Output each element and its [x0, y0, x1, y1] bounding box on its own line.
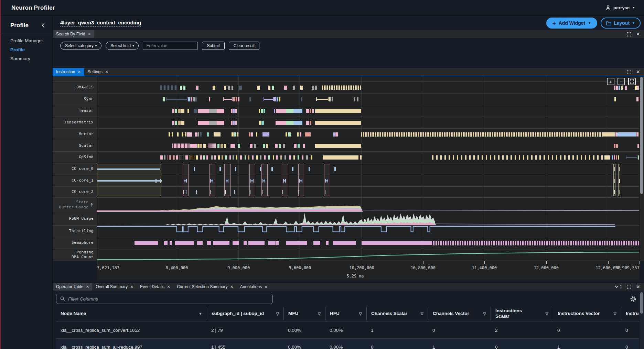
event-segment[interactable]: [266, 144, 268, 148]
event-segment[interactable]: [235, 167, 236, 171]
event-segment[interactable]: [239, 86, 242, 90]
event-segment[interactable]: [276, 241, 279, 245]
event-segment[interactable]: [211, 155, 213, 160]
event-segment[interactable]: [263, 144, 265, 148]
event-segment[interactable]: [240, 155, 242, 160]
event-segment[interactable]: [208, 144, 216, 148]
event-segment[interactable]: [218, 155, 220, 160]
event-segment[interactable]: [234, 190, 235, 194]
event-segment[interactable]: [333, 241, 356, 245]
track-row-throttling[interactable]: [97, 226, 639, 237]
profile-title[interactable]: 4layer_qwen3_context_encoding: [60, 20, 141, 27]
event-segment[interactable]: [196, 155, 198, 160]
event-segment[interactable]: [200, 144, 202, 148]
event-segment[interactable]: [178, 109, 181, 113]
track-row-cc-core-2[interactable]: [97, 187, 639, 198]
event-segment[interactable]: [180, 86, 182, 90]
event-segment[interactable]: [203, 144, 206, 148]
event-segment[interactable]: [164, 155, 165, 160]
event-segment[interactable]: [259, 121, 261, 125]
event-segment[interactable]: [279, 144, 281, 148]
event-segment[interactable]: [260, 155, 261, 160]
event-segment[interactable]: [293, 121, 303, 125]
event-segment[interactable]: [361, 132, 603, 137]
event-segment[interactable]: [636, 132, 638, 137]
event-segment[interactable]: [256, 155, 258, 160]
event-segment[interactable]: [326, 241, 329, 245]
selection-box[interactable]: [282, 164, 288, 196]
event-segment[interactable]: [635, 86, 637, 90]
event-segment[interactable]: [172, 132, 173, 137]
column-header-hfu[interactable]: HFU▽: [325, 307, 366, 320]
event-segment[interactable]: [200, 155, 202, 160]
event-segment[interactable]: [231, 109, 233, 113]
event-segment[interactable]: [233, 121, 235, 125]
close-widget-icon[interactable]: ×: [636, 69, 640, 75]
event-segment[interactable]: [254, 144, 256, 148]
event-segment[interactable]: [279, 97, 280, 101]
event-segment[interactable]: [195, 132, 197, 137]
event-segment[interactable]: [217, 144, 219, 148]
user-menu[interactable]: perrysc ▼: [605, 5, 635, 10]
event-segment[interactable]: [164, 241, 167, 245]
event-segment[interactable]: [272, 86, 274, 90]
filter-sort-icon[interactable]: ▽: [483, 312, 486, 316]
selection-box[interactable]: [224, 164, 231, 196]
selection-box[interactable]: [618, 164, 620, 196]
event-segment[interactable]: [213, 241, 229, 245]
event-segment[interactable]: [315, 86, 317, 90]
event-segment[interactable]: [163, 97, 165, 101]
event-segment[interactable]: [175, 109, 177, 113]
event-segment[interactable]: [193, 97, 195, 101]
event-segment[interactable]: [264, 109, 265, 113]
event-segment[interactable]: [235, 121, 237, 125]
track-row-blank[interactable]: [97, 76, 639, 82]
event-segment[interactable]: [209, 109, 217, 113]
event-segment[interactable]: [217, 121, 224, 125]
event-segment[interactable]: [197, 132, 199, 137]
event-segment[interactable]: [229, 155, 231, 160]
event-segment[interactable]: [248, 241, 265, 245]
event-segment[interactable]: [188, 97, 190, 101]
event-segment[interactable]: [360, 155, 362, 160]
selection-box[interactable]: [261, 164, 268, 196]
event-segment[interactable]: [271, 167, 272, 171]
event-segment[interactable]: [305, 132, 311, 137]
event-segment[interactable]: [259, 109, 260, 113]
tab-instruction[interactable]: Instruction×: [53, 68, 84, 76]
event-segment[interactable]: [333, 132, 335, 137]
event-segment[interactable]: [261, 121, 264, 125]
event-segment[interactable]: [286, 241, 307, 245]
selection-box[interactable]: [97, 164, 161, 196]
event-segment[interactable]: [636, 97, 638, 101]
event-segment[interactable]: [238, 144, 240, 148]
event-segment[interactable]: [323, 155, 358, 160]
event-segment[interactable]: [221, 144, 223, 148]
event-segment[interactable]: [603, 132, 615, 137]
event-segment[interactable]: [638, 155, 639, 160]
track-row-tensor[interactable]: [97, 105, 639, 117]
event-segment[interactable]: [196, 86, 198, 90]
value-input[interactable]: [143, 42, 198, 50]
event-segment[interactable]: [217, 109, 224, 113]
event-segment[interactable]: [194, 109, 197, 113]
expand-widget-icon[interactable]: [627, 285, 631, 289]
track-row-tensormatrix[interactable]: [97, 117, 639, 129]
event-segment[interactable]: [301, 97, 303, 101]
column-header-node-name[interactable]: Node Name▼: [56, 307, 207, 320]
event-segment[interactable]: [224, 144, 226, 148]
event-segment[interactable]: [232, 86, 234, 90]
event-segment[interactable]: [135, 241, 158, 245]
event-segment[interactable]: [616, 144, 618, 148]
event-segment[interactable]: [238, 97, 239, 101]
event-segment[interactable]: [191, 97, 192, 101]
event-segment[interactable]: [257, 86, 260, 90]
track-row-pending-dma-count[interactable]: [97, 249, 639, 261]
event-segment[interactable]: [310, 121, 312, 125]
event-segment[interactable]: [249, 97, 251, 101]
event-segment[interactable]: [615, 132, 617, 137]
event-segment[interactable]: [168, 155, 175, 160]
close-widget-icon[interactable]: ×: [636, 284, 640, 290]
tab-event-details[interactable]: Event Details×: [137, 283, 173, 291]
event-segment[interactable]: [357, 97, 358, 101]
